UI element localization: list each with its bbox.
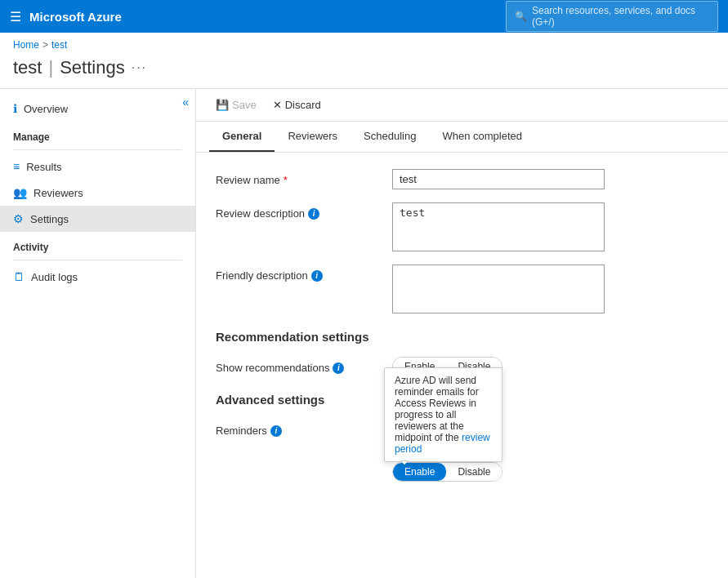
global-search-bar[interactable]: 🔍 Search resources, services, and docs (…	[506, 1, 718, 32]
page-subtitle: Settings	[60, 57, 125, 78]
page-title: test	[13, 57, 42, 78]
review-desc-input[interactable]	[392, 202, 605, 251]
sidebar-section-activity: Activity	[0, 232, 195, 256]
sidebar-label-audit-logs: Audit logs	[31, 271, 78, 283]
sidebar-item-results[interactable]: ≡ Results	[0, 153, 195, 180]
reviewers-icon: 👥	[13, 186, 27, 199]
review-name-row: Review name *	[216, 169, 708, 189]
discard-label: Discard	[285, 99, 321, 111]
sidebar-collapse-button[interactable]: «	[182, 96, 189, 109]
tab-scheduling[interactable]: Scheduling	[351, 122, 429, 152]
friendly-desc-label: Friendly description i	[216, 265, 379, 282]
tab-when-completed[interactable]: When completed	[429, 122, 535, 152]
tab-reviewers[interactable]: Reviewers	[275, 122, 351, 152]
breadcrumb: Home > test	[0, 33, 728, 54]
sidebar-label-settings: Settings	[30, 213, 69, 225]
sidebar: « ℹ Overview Manage ≡ Results 👥 Reviewer…	[0, 89, 196, 578]
sidebar-label-results: Results	[26, 161, 61, 173]
overview-icon: ℹ	[13, 102, 17, 115]
sidebar-divider-activity	[13, 260, 182, 260]
sidebar-divider-manage	[13, 149, 182, 150]
reminders-info-icon[interactable]: i	[270, 425, 282, 437]
review-desc-info-icon[interactable]: i	[308, 208, 319, 220]
review-desc-row: Review description i	[216, 202, 708, 251]
show-rec-info-icon[interactable]: i	[333, 362, 344, 374]
hamburger-menu-icon[interactable]: ☰	[10, 9, 21, 24]
sidebar-item-settings[interactable]: ⚙ Settings	[0, 206, 195, 232]
reminders-disable-button[interactable]: Disable	[446, 463, 502, 481]
friendly-desc-row: Friendly description i	[216, 265, 708, 313]
breadcrumb-current[interactable]: test	[51, 39, 67, 51]
friendly-desc-info-icon[interactable]: i	[311, 270, 323, 282]
breadcrumb-separator: >	[42, 39, 48, 51]
sidebar-item-overview[interactable]: ℹ Overview	[0, 96, 195, 122]
recommendation-settings-header: Recommendation settings	[216, 330, 708, 344]
reminders-tooltip-wrapper: Azure AD will send reminder emails for A…	[392, 420, 502, 482]
save-label: Save	[232, 99, 257, 111]
sidebar-label-overview: Overview	[24, 103, 68, 115]
tab-bar: General Reviewers Scheduling When comple…	[196, 122, 728, 153]
review-name-label: Review name *	[216, 169, 379, 186]
review-desc-label: Review description i	[216, 202, 379, 220]
discard-button[interactable]: ✕ Discard	[266, 96, 328, 114]
reminders-row: Reminders i Azure AD will send reminder …	[216, 420, 708, 482]
app-title: Microsoft Azure	[29, 10, 498, 24]
save-icon: 💾	[216, 99, 229, 111]
toolbar: 💾 Save ✕ Discard	[196, 89, 728, 122]
main-panel: 💾 Save ✕ Discard General Reviewers Sched…	[196, 89, 728, 578]
results-icon: ≡	[13, 160, 20, 173]
reminders-tooltip: Azure AD will send reminder emails for A…	[384, 367, 502, 462]
save-button[interactable]: 💾 Save	[209, 96, 263, 114]
tab-general[interactable]: General	[209, 122, 275, 152]
friendly-desc-input[interactable]	[392, 265, 605, 313]
sidebar-label-reviewers: Reviewers	[33, 187, 83, 199]
required-marker: *	[284, 174, 288, 186]
breadcrumb-home[interactable]: Home	[13, 39, 39, 51]
reminders-label: Reminders i	[216, 420, 379, 437]
page-title-separator: |	[48, 57, 53, 78]
sidebar-item-audit-logs[interactable]: 🗒 Audit logs	[0, 264, 195, 290]
discard-icon: ✕	[273, 99, 282, 111]
review-name-input[interactable]	[392, 169, 605, 189]
more-options-button[interactable]: ···	[132, 60, 147, 75]
reminders-toggle[interactable]: Enable Disable	[392, 462, 502, 482]
search-icon: 🔍	[515, 11, 527, 22]
sidebar-section-manage: Manage	[0, 122, 195, 146]
audit-logs-icon: 🗒	[13, 270, 25, 283]
search-placeholder-text: Search resources, services, and docs (G+…	[532, 5, 709, 28]
show-rec-label: Show recommendations i	[216, 357, 379, 374]
settings-icon: ⚙	[13, 212, 24, 225]
form-area: Review name * Review description i	[196, 153, 728, 511]
sidebar-item-reviewers[interactable]: 👥 Reviewers	[0, 180, 195, 206]
